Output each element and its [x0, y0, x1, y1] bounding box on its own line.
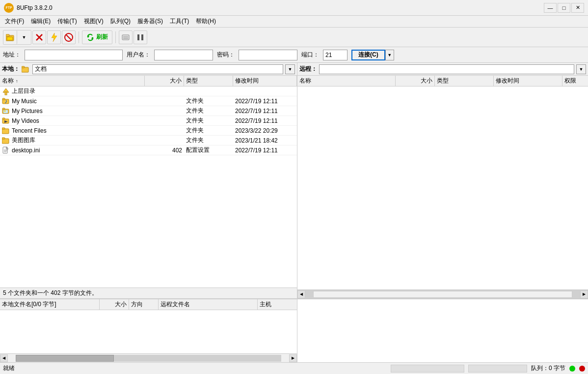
disconnect-button[interactable]: [62, 30, 76, 44]
local-hscrollbar[interactable]: ◀ ▶: [0, 353, 297, 362]
status-indicator-green: [569, 366, 575, 372]
queue-status: 队列：0 字节: [531, 364, 565, 373]
close-button[interactable]: ✕: [571, 3, 584, 13]
file-type: 文件夹: [186, 126, 204, 135]
menu-file[interactable]: 文件(F): [2, 16, 27, 27]
file-icon-folder: [2, 137, 10, 144]
remote-path-input[interactable]: [319, 64, 574, 74]
local-file-list-header: 名称 ↑ 大小 类型 修改时间: [0, 76, 297, 86]
svg-rect-1: [6, 34, 9, 36]
remote-scroll-right[interactable]: ▶: [580, 290, 588, 298]
open-button[interactable]: [3, 30, 17, 44]
local-col-name[interactable]: 名称 ↑: [0, 76, 145, 86]
maximize-button[interactable]: □: [558, 3, 570, 13]
remote-panel-label: 远程：: [299, 65, 317, 73]
status-right: 队列：0 字节: [391, 364, 585, 373]
transfer-col-host: 主机: [258, 299, 297, 310]
remote-path-dropdown[interactable]: ▼: [576, 64, 586, 74]
status-text: 就绪: [3, 364, 389, 373]
local-file-row[interactable]: desktop.ini 402 配置设置 2022/7/19 12:11: [0, 145, 297, 155]
menu-server[interactable]: 服务器(S): [134, 16, 166, 27]
local-file-row[interactable]: My Pictures 文件夹 2022/7/19 12:11: [0, 106, 297, 116]
menu-transfer[interactable]: 传输(T): [54, 16, 80, 27]
remote-file-list-header: 名称 大小 类型 修改时间 权限: [297, 76, 588, 86]
status-indicator-red: [579, 366, 585, 372]
local-file-row[interactable]: Tencent Files 文件夹 2023/3/22 20:29: [0, 126, 297, 136]
file-type: 文件夹: [186, 107, 204, 115]
file-name: 上层目录: [12, 87, 35, 95]
file-type: 文件夹: [186, 136, 204, 144]
menu-edit[interactable]: 编辑(E): [28, 16, 53, 27]
file-name: desktop.ini: [12, 147, 40, 154]
file-modified: 2022/7/19 12:11: [235, 98, 278, 105]
file-icon-folder: [2, 127, 10, 135]
local-scroll-right[interactable]: ▶: [289, 354, 297, 362]
remote-col-name[interactable]: 名称: [297, 76, 396, 86]
minimize-button[interactable]: —: [544, 3, 557, 13]
connect-button[interactable]: 连接(C): [351, 50, 385, 60]
file-modified: 2022/7/19 12:11: [235, 147, 278, 154]
refresh-button[interactable]: 刷新: [82, 30, 112, 44]
remote-col-type[interactable]: 类型: [435, 76, 494, 86]
local-file-row[interactable]: 美图图库 文件夹 2023/1/21 18:42: [0, 136, 297, 145]
username-input[interactable]: [154, 50, 213, 60]
local-file-row[interactable]: 上层目录: [0, 86, 297, 96]
local-status-text: 5 个文件夹和一个 402 字节的文件。: [3, 289, 98, 297]
remote-col-modified[interactable]: 修改时间: [494, 76, 562, 86]
local-panel-label: 本地：: [2, 65, 20, 73]
remote-col-size[interactable]: 大小: [396, 76, 435, 86]
transfer-col-remote: 远程文件名: [159, 299, 258, 310]
svg-rect-18: [5, 92, 7, 95]
local-file-list: 上层目录 ♪ My Music 文件夹 2022/7/19 12:11 My P…: [0, 86, 297, 288]
separator-1: [79, 31, 79, 43]
addr-label: 地址：: [3, 51, 21, 59]
svg-text:♪: ♪: [4, 98, 7, 105]
file-name: Tencent Files: [12, 127, 47, 134]
cancel-button[interactable]: [32, 30, 46, 44]
open-dropdown-button[interactable]: ▼: [17, 30, 31, 44]
remote-col-perm[interactable]: 权限: [562, 76, 588, 86]
file-name: My Videos: [12, 117, 39, 124]
remote-scroll-left[interactable]: ◀: [297, 290, 305, 298]
file-type: 配置设置: [186, 146, 210, 154]
toolbar: ▼ 刷新: [0, 28, 588, 47]
local-scroll-track[interactable]: [16, 355, 281, 362]
svg-rect-14: [141, 34, 143, 40]
file-modified: 2022/7/19 12:11: [235, 108, 278, 115]
queue-manager-button[interactable]: [119, 30, 133, 44]
address-input[interactable]: [25, 50, 123, 60]
local-file-row[interactable]: My Videos 文件夹 2022/7/19 12:11: [0, 116, 297, 126]
connect-dropdown-button[interactable]: ▼: [385, 50, 394, 60]
menu-help[interactable]: 帮助(H): [193, 16, 219, 27]
lightning-button[interactable]: [47, 30, 61, 44]
transfer-col-dir: 方向: [129, 299, 159, 310]
file-type: 文件夹: [186, 97, 204, 105]
menu-view[interactable]: 视图(V): [81, 16, 107, 27]
svg-marker-5: [52, 33, 57, 42]
password-input[interactable]: [239, 50, 297, 60]
app-title: 8UFtp 3.8.2.0: [17, 4, 53, 11]
local-col-type[interactable]: 类型: [184, 76, 233, 86]
pause-button[interactable]: [134, 30, 147, 44]
svg-rect-24: [3, 110, 8, 113]
local-path-input[interactable]: [32, 64, 283, 74]
remote-file-list: [297, 86, 588, 289]
local-path-dropdown[interactable]: ▼: [285, 64, 295, 74]
menu-tools[interactable]: 工具(T): [167, 16, 192, 27]
menu-queue[interactable]: 队列(Q): [107, 16, 134, 27]
file-type: 文件夹: [186, 116, 204, 125]
local-col-size[interactable]: 大小: [145, 76, 184, 86]
local-col-modified[interactable]: 修改时间: [233, 76, 297, 86]
svg-rect-32: [2, 138, 5, 139]
menu-bar: 文件(F) 编辑(E) 传输(T) 视图(V) 队列(Q) 服务器(S) 工具(…: [0, 16, 588, 28]
transfer-remote-panel: [297, 299, 588, 362]
local-scroll-thumb[interactable]: [16, 355, 114, 362]
svg-rect-10: [122, 35, 129, 40]
local-panel-header: 本地： ▼: [0, 63, 297, 76]
remote-hscrollbar[interactable]: ◀ ▶: [297, 289, 588, 298]
remote-scroll-track[interactable]: [313, 291, 572, 298]
port-input[interactable]: [323, 50, 347, 60]
local-scroll-left[interactable]: ◀: [0, 354, 8, 362]
local-file-row[interactable]: ♪ My Music 文件夹 2022/7/19 12:11: [0, 96, 297, 106]
remote-panel: 远程： ▼ 名称 大小 类型 修改时间 权限: [297, 63, 588, 298]
